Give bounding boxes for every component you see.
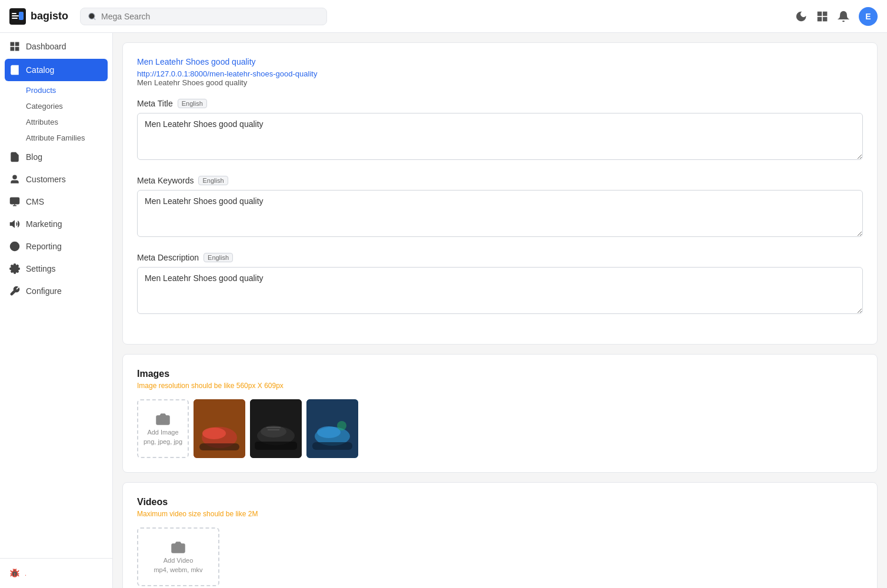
svg-rect-1 bbox=[12, 13, 16, 14]
svg-rect-9 bbox=[818, 17, 822, 21]
product-url[interactable]: http://127.0.0.1:8000/men-leatehr-shoes-… bbox=[137, 69, 317, 78]
meta-description-group: Meta Description English Men Leatehr Sho… bbox=[137, 253, 863, 316]
app-name: bagisto bbox=[31, 10, 68, 22]
svg-marker-21 bbox=[11, 221, 15, 228]
content-area: Men Leatehr Shoes good quality http://12… bbox=[113, 33, 887, 588]
product-image-1[interactable] bbox=[194, 399, 245, 458]
svg-point-29 bbox=[202, 427, 226, 439]
cms-icon bbox=[9, 196, 20, 207]
search-box[interactable] bbox=[80, 8, 327, 25]
dark-mode-icon[interactable] bbox=[795, 11, 807, 22]
shoe-image-2-svg bbox=[250, 399, 302, 458]
marketing-label: Marketing bbox=[26, 219, 62, 229]
search-icon bbox=[88, 12, 96, 21]
meta-keywords-group: Meta Keywords English Men Leatehr Shoes … bbox=[137, 176, 863, 239]
svg-rect-3 bbox=[12, 18, 18, 19]
videos-row: Add Video mp4, webm, mkv bbox=[137, 527, 863, 586]
meta-description-input[interactable]: Men Leatehr Shoes good quality bbox=[137, 267, 863, 314]
svg-point-41 bbox=[337, 421, 346, 430]
header: bagisto E bbox=[0, 0, 887, 33]
sidebar-item-cms[interactable]: CMS bbox=[0, 191, 112, 213]
meta-title-group: Meta Title English Men Leatehr Shoes goo… bbox=[137, 99, 863, 162]
add-image-label: Add Image bbox=[147, 429, 178, 436]
svg-rect-12 bbox=[16, 42, 19, 45]
svg-rect-14 bbox=[16, 48, 19, 51]
svg-rect-8 bbox=[823, 12, 827, 15]
catalog-label: Catalog bbox=[26, 65, 54, 75]
images-row: Add Image png, jpeg, jpg bbox=[137, 399, 863, 458]
notification-icon[interactable] bbox=[838, 11, 849, 22]
product-meta-card: Men Leatehr Shoes good quality http://12… bbox=[122, 42, 878, 345]
blog-icon bbox=[9, 152, 20, 162]
settings-label: Settings bbox=[26, 264, 56, 273]
search-input[interactable] bbox=[101, 12, 319, 21]
sidebar-bottom: . bbox=[0, 558, 112, 588]
svg-rect-40 bbox=[312, 442, 352, 450]
sub-item-attribute-families[interactable]: Attribute Families bbox=[26, 130, 112, 146]
sidebar-item-customers[interactable]: Customers bbox=[0, 168, 112, 191]
product-name-display: Men Leatehr Shoes good quality bbox=[137, 78, 863, 87]
meta-description-label: Meta Description English bbox=[137, 253, 863, 262]
svg-point-39 bbox=[317, 426, 341, 438]
svg-line-6 bbox=[94, 18, 95, 19]
product-title: Men Leatehr Shoes good quality bbox=[137, 57, 863, 66]
sidebar-item-reporting[interactable]: Reporting bbox=[0, 235, 112, 258]
bug-label: . bbox=[25, 570, 26, 577]
product-image-2[interactable] bbox=[250, 399, 302, 458]
customers-label: Customers bbox=[26, 175, 66, 184]
sidebar-item-dashboard[interactable]: Dashboard bbox=[0, 35, 112, 58]
bug-icon bbox=[9, 568, 20, 579]
images-hint: Image resolution should be like 560px X … bbox=[137, 382, 863, 390]
svg-rect-2 bbox=[12, 15, 19, 16]
sidebar-item-marketing[interactable]: Marketing bbox=[0, 213, 112, 235]
meta-title-label: Meta Title English bbox=[137, 99, 863, 108]
meta-title-input[interactable]: Men Leatehr Shoes good quality bbox=[137, 113, 863, 160]
sidebar-item-configure[interactable]: Configure bbox=[0, 280, 112, 302]
svg-rect-13 bbox=[11, 48, 14, 51]
images-card: Images Image resolution should be like 5… bbox=[122, 354, 878, 473]
product-image-3[interactable] bbox=[306, 399, 358, 458]
bug-report-item[interactable]: . bbox=[5, 563, 108, 583]
user-avatar[interactable]: E bbox=[859, 7, 878, 26]
videos-hint: Maximum video size should be like 2M bbox=[137, 510, 863, 518]
svg-rect-30 bbox=[199, 443, 239, 450]
meta-description-lang-badge: English bbox=[204, 253, 233, 262]
sidebar-item-settings[interactable]: Settings bbox=[0, 258, 112, 280]
configure-label: Configure bbox=[26, 286, 62, 296]
svg-point-17 bbox=[13, 175, 16, 179]
sub-item-categories[interactable]: Categories bbox=[26, 98, 112, 114]
sub-item-products[interactable]: Products bbox=[26, 82, 112, 98]
reporting-icon bbox=[9, 241, 20, 252]
sidebar: Dashboard Catalog Products Categories At… bbox=[0, 33, 113, 588]
header-right: E bbox=[795, 7, 878, 26]
videos-section-title: Videos bbox=[137, 497, 863, 507]
add-image-formats: png, jpeg, jpg bbox=[144, 438, 182, 445]
shoe-image-1-svg bbox=[194, 399, 245, 458]
svg-rect-4 bbox=[19, 12, 24, 20]
meta-keywords-input[interactable]: Men Leatehr Shoes good quality bbox=[137, 190, 863, 237]
catalog-submenu: Products Categories Attributes Attribute… bbox=[0, 82, 112, 146]
add-video-button[interactable]: Add Video mp4, webm, mkv bbox=[137, 527, 219, 586]
svg-point-5 bbox=[89, 13, 95, 19]
grid-icon[interactable] bbox=[816, 11, 828, 22]
main-content: Men Leatehr Shoes good quality http://12… bbox=[113, 33, 887, 588]
logo[interactable]: bagisto bbox=[9, 8, 68, 25]
logo-icon bbox=[9, 8, 26, 25]
dashboard-icon bbox=[9, 41, 20, 52]
camera-plus-icon bbox=[156, 412, 170, 426]
settings-icon bbox=[9, 263, 20, 274]
images-section-title: Images bbox=[137, 369, 863, 379]
sidebar-item-blog[interactable]: Blog bbox=[0, 146, 112, 168]
svg-rect-10 bbox=[823, 17, 827, 21]
svg-rect-11 bbox=[11, 42, 14, 45]
sidebar-item-catalog[interactable]: Catalog bbox=[5, 59, 108, 81]
meta-keywords-lang-badge: English bbox=[198, 176, 228, 185]
svg-rect-34 bbox=[255, 442, 297, 450]
sub-item-attributes[interactable]: Attributes bbox=[26, 114, 112, 130]
layout: Dashboard Catalog Products Categories At… bbox=[0, 33, 887, 588]
add-image-button[interactable]: Add Image png, jpeg, jpg bbox=[137, 399, 189, 458]
add-video-label: Add Video bbox=[164, 557, 194, 564]
customers-icon bbox=[9, 174, 20, 185]
add-video-formats: mp4, webm, mkv bbox=[154, 566, 202, 573]
meta-keywords-label: Meta Keywords English bbox=[137, 176, 863, 185]
